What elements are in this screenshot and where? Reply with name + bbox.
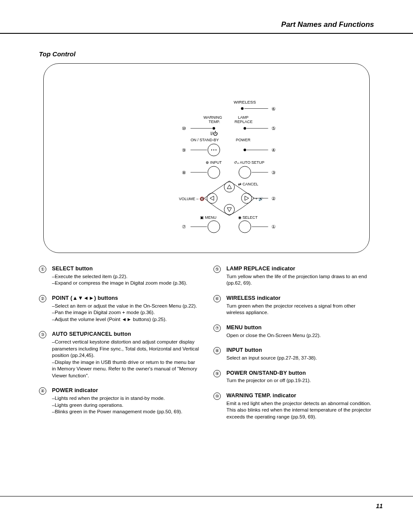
title-5: LAMP REPLACE indicator [226, 265, 374, 272]
title-7: MENU button [226, 324, 374, 331]
svg-text:I/⏻: I/⏻ [210, 131, 218, 136]
bullet-1: ① [39, 266, 46, 273]
desc-6: Turn green when the projector receives a… [226, 303, 374, 316]
label-menu: ▣ MENU [200, 215, 216, 220]
header-category: Part Names and Functions [281, 20, 374, 30]
diagram-svg: WIRELESS WARNING TEMP. LAMP REPLACE I/⏻ … [44, 64, 369, 253]
title-8: INPUT button [226, 347, 374, 354]
label-cancel: ⇄ CANCEL [238, 182, 258, 186]
btn-autosetup [239, 166, 251, 178]
item-4: ④ POWER indicator –Lights red when the p… [39, 387, 200, 415]
desc-7: Open or close the On-Screen Menu (p.22). [226, 332, 374, 339]
svg-point-4 [213, 149, 214, 150]
title-9: POWER ON/STAND-BY button [226, 370, 374, 377]
footer-rule [0, 496, 413, 496]
item-9: ⑨ POWER ON/STAND-BY button Turn the proj… [213, 370, 374, 384]
title-10: WARNING TEMP. indicator [226, 392, 374, 399]
title-1: SELECT button [52, 265, 200, 272]
title-4: POWER indicator [52, 387, 200, 394]
title-3: AUTO SETUP/CANCEL button [52, 331, 200, 338]
control-panel-diagram: WIRELESS WARNING TEMP. LAMP REPLACE I/⏻ … [43, 63, 370, 253]
bullet-2: ② [39, 295, 46, 302]
svg-text:⑥: ⑥ [271, 106, 276, 111]
item-3: ③ AUTO SETUP/CANCEL button –Correct vert… [39, 331, 200, 379]
label-volume-minus: VOLUME – 🔇 [179, 196, 205, 201]
bullet-5: ⑤ [213, 266, 221, 273]
label-wireless: WIRELESS [234, 100, 256, 104]
desc-3: –Correct vertical keystone distortion an… [52, 339, 200, 379]
callout-lines [190, 109, 268, 227]
arrow-right-icon [245, 196, 249, 201]
dot-wireless [241, 107, 244, 110]
svg-text:①: ① [271, 224, 276, 229]
desc-4: –Lights red when the projector is in sta… [52, 395, 200, 415]
bullet-8: ⑧ [213, 347, 221, 354]
bullet-4: ④ [39, 387, 46, 395]
label-volume-plus: + 🔊 [255, 196, 264, 201]
svg-text:⑩: ⑩ [182, 126, 186, 131]
arrow-left-icon [210, 196, 214, 201]
desc-8: Select an input source (pp.27-28, 37-38)… [226, 355, 374, 362]
btn-menu [208, 221, 220, 233]
item-1: ① SELECT button –Execute the selected it… [39, 265, 200, 287]
svg-text:③: ③ [271, 170, 276, 175]
label-select: ◉ SELECT [238, 215, 258, 220]
svg-point-3 [211, 149, 212, 150]
page-number: 11 [376, 502, 383, 510]
desc-2: –Select an item or adjust the value in t… [52, 303, 200, 323]
item-10: ⑩ WARNING TEMP. indicator Emit a red lig… [213, 392, 374, 420]
svg-text:⑤: ⑤ [271, 126, 276, 131]
item-7: ⑦ MENU button Open or close the On-Scree… [213, 324, 374, 339]
desc-1: –Execute the selected item (p.22).–Expan… [52, 273, 200, 287]
bullet-3: ③ [39, 331, 46, 338]
svg-text:⑨: ⑨ [182, 147, 186, 152]
svg-text:REPLACE: REPLACE [235, 120, 253, 124]
svg-point-7 [224, 204, 235, 215]
desc-5: Turn yellow when the life of the project… [226, 273, 374, 287]
svg-text:④: ④ [271, 147, 276, 152]
bullet-9: ⑨ [213, 370, 221, 377]
svg-text:②: ② [271, 196, 276, 201]
desc-10: Emit a red light when the projector dete… [226, 400, 374, 421]
arrow-down-icon [227, 208, 232, 211]
bullet-6: ⑥ [213, 295, 221, 302]
bullet-10: ⑩ [213, 393, 221, 400]
label-onstandby: ON / STAND-BY [190, 138, 219, 142]
dot-lamp [244, 127, 246, 130]
bullet-7: ⑦ [213, 324, 221, 332]
label-lamp: LAMP [238, 115, 248, 120]
arrow-up-icon [227, 185, 232, 189]
label-autosetup: ↺ₐ AUTO SETUP [234, 160, 265, 165]
right-column: ⑤ LAMP REPLACE indicator Turn yellow whe… [213, 265, 374, 428]
svg-point-8 [207, 193, 217, 204]
svg-text:⑧: ⑧ [182, 170, 186, 175]
svg-point-5 [216, 149, 216, 150]
desc-9: Turn the projector on or off (pp.19-21). [226, 377, 374, 384]
header-band: Part Names and Functions [0, 16, 413, 34]
dot-power [244, 149, 246, 151]
btn-select [239, 221, 251, 233]
section-title: Top Control [39, 50, 75, 58]
svg-point-9 [242, 193, 252, 204]
btn-input [208, 166, 220, 178]
item-5: ⑤ LAMP REPLACE indicator Turn yellow whe… [213, 265, 374, 287]
label-warning: WARNING [203, 115, 222, 120]
item-8: ⑧ INPUT button Select an input source (p… [213, 347, 374, 361]
page: Part Names and Functions Top Control WIR… [0, 0, 413, 532]
left-column: ① SELECT button –Execute the selected it… [39, 265, 200, 428]
title-2: POINT (▲▼◄►) buttons [52, 295, 200, 302]
label-input: ⊕ INPUT [206, 160, 222, 165]
title-6: WIRELESS indicator [226, 295, 374, 302]
svg-point-6 [224, 182, 235, 192]
dot-warning [213, 127, 215, 130]
svg-text:TEMP.: TEMP. [209, 120, 220, 124]
item-2: ② POINT (▲▼◄►) buttons –Select an item o… [39, 295, 200, 323]
svg-text:⑦: ⑦ [182, 224, 186, 229]
label-power: POWER [236, 138, 251, 142]
item-6: ⑥ WIRELESS indicator Turn green when the… [213, 295, 374, 316]
description-columns: ① SELECT button –Execute the selected it… [39, 265, 374, 428]
